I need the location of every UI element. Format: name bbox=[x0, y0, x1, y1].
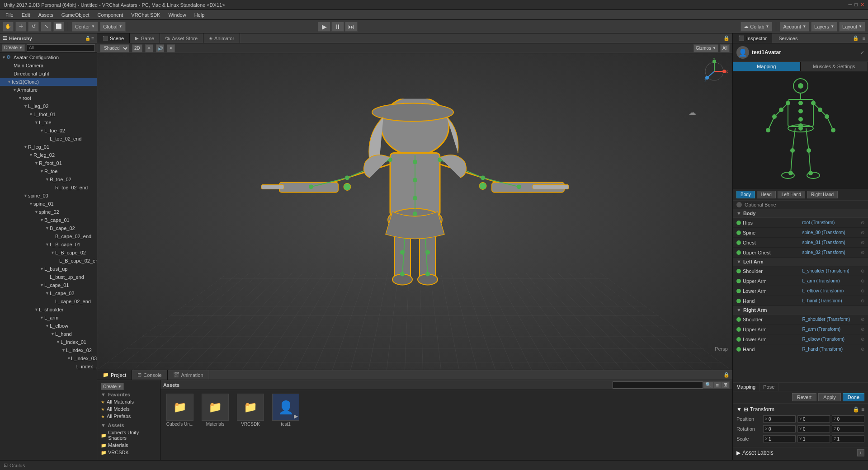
asset-vrcsdk[interactable]: 📁 VRCSDK bbox=[99, 449, 158, 456]
tree-item-l-arm[interactable]: ▼ L_arm bbox=[0, 314, 97, 322]
tree-item-r-toe-02-end[interactable]: ▶ R_toe_02_end bbox=[0, 183, 97, 192]
layers-button[interactable]: Layers ▼ bbox=[811, 22, 837, 32]
ra-hand-dot[interactable] bbox=[736, 347, 741, 352]
mapping-bottom-pose[interactable]: Pose bbox=[760, 383, 778, 391]
asset-item-materials[interactable]: 📁 Materials bbox=[199, 394, 231, 427]
global-button[interactable]: Global ▼ bbox=[100, 22, 126, 32]
rotation-x-field[interactable]: X 0 bbox=[763, 425, 796, 432]
ra-upper-arm-more[interactable]: ⊙ bbox=[861, 327, 864, 332]
pause-button[interactable]: ⏸ bbox=[331, 22, 344, 32]
ra-hand-more[interactable]: ⊙ bbox=[861, 347, 864, 352]
tree-item-l-index-01[interactable]: ▼ L_index_01 bbox=[0, 338, 97, 346]
shading-dropdown[interactable]: Shaded bbox=[100, 44, 129, 52]
tree-item-l-b-cape-01[interactable]: ▼ L_B_cape_01 bbox=[0, 240, 97, 249]
hierarchy-create-btn[interactable]: Create ▼ bbox=[2, 44, 25, 52]
menu-vrchat-sdk[interactable]: VRChat SDK bbox=[127, 11, 164, 19]
upper-chest-more[interactable]: ⊙ bbox=[861, 250, 864, 255]
revert-button[interactable]: Revert bbox=[792, 393, 816, 401]
lighting-btn[interactable]: ☀ bbox=[145, 44, 153, 52]
hips-dot[interactable] bbox=[736, 221, 741, 225]
tree-item-l-shoulder[interactable]: ▼ L_shoulder bbox=[0, 306, 97, 314]
rotation-z-field[interactable]: Z 0 bbox=[832, 425, 864, 432]
tree-item-l-cape-01[interactable]: ▼ L_cape_01 bbox=[0, 281, 97, 289]
tree-item-l-b-cape-02[interactable]: ▼ L_B_cape_02 bbox=[0, 249, 97, 257]
play-button[interactable]: ▶ bbox=[318, 22, 330, 32]
step-button[interactable]: ⏭ bbox=[345, 22, 358, 32]
position-z-field[interactable]: Z 0 bbox=[832, 415, 864, 423]
tree-item-l-toe[interactable]: ▼ L_toe bbox=[0, 118, 97, 127]
hierarchy-search[interactable] bbox=[27, 44, 95, 52]
apply-button[interactable]: Apply bbox=[818, 393, 841, 401]
toolbar-move-tool[interactable]: ✛ bbox=[15, 22, 26, 32]
toolbar-rotate-tool[interactable]: ↺ bbox=[28, 22, 39, 32]
upper-chest-dot[interactable] bbox=[736, 250, 741, 255]
tree-item-r-toe-02[interactable]: ▼ R_toe_02 bbox=[0, 175, 97, 183]
inspector-tab[interactable]: ⬛ Inspector bbox=[733, 33, 772, 43]
tree-item-b-cape-02[interactable]: ▼ B_cape_02 bbox=[0, 224, 97, 232]
body-btn[interactable]: Body bbox=[736, 191, 755, 198]
tab-console[interactable]: ⊡ Console bbox=[132, 370, 167, 380]
collab-button[interactable]: ☁ Collab ▼ bbox=[741, 22, 772, 32]
bottom-lock[interactable]: 🔒 bbox=[721, 370, 732, 380]
ra-lower-arm-dot[interactable] bbox=[736, 337, 741, 342]
bone-ra-lower-arm[interactable]: Lower Arm R_elbow (Transform) ⊙ bbox=[733, 334, 868, 344]
asset-all-models[interactable]: ★ All Models bbox=[99, 405, 158, 413]
hierarchy-menu[interactable]: ≡ bbox=[91, 36, 94, 41]
assets-search-icon-btn[interactable]: 🔍 bbox=[703, 381, 714, 389]
transform-menu[interactable]: ≡ bbox=[861, 406, 864, 413]
asset-all-prefabs[interactable]: ★ All Prefabs bbox=[99, 413, 158, 420]
tree-item-l-bust-up[interactable]: ▼ L_bust_up bbox=[0, 265, 97, 273]
tree-item-l-leg-02[interactable]: ▼ L_leg_02 bbox=[0, 102, 97, 110]
close-btn[interactable]: ✕ bbox=[860, 2, 864, 8]
asset-materials[interactable]: 📁 Materials bbox=[99, 442, 158, 449]
left-arm-section[interactable]: ▼ Left Arm bbox=[733, 258, 868, 266]
tree-item-b-cape-02-end[interactable]: ▶ B_cape_02_end bbox=[0, 232, 97, 240]
assets-search-input[interactable] bbox=[613, 381, 703, 389]
tab-animator[interactable]: ◈ Animator bbox=[203, 33, 240, 43]
la-shoulder-dot[interactable] bbox=[736, 269, 741, 273]
toolbar-scale-tool[interactable]: ⤡ bbox=[41, 22, 52, 32]
bone-ra-shoulder[interactable]: Shoulder R_shoulder (Transform) ⊙ bbox=[733, 315, 868, 324]
tree-item-l-cape-02[interactable]: ▼ L_cape_02 bbox=[0, 289, 97, 297]
toolbar-hand-tool[interactable]: ✋ bbox=[3, 22, 14, 32]
bone-upper-chest[interactable]: Upper Chest spine_02 (Transform) ⊙ bbox=[733, 248, 868, 258]
menu-gameobject[interactable]: GameObject bbox=[58, 11, 93, 19]
minimize-btn[interactable]: ─ bbox=[849, 2, 852, 8]
ra-shoulder-dot[interactable] bbox=[736, 317, 741, 322]
menu-window[interactable]: Window bbox=[165, 11, 190, 19]
mapping-bottom-mapping[interactable]: Mapping bbox=[733, 383, 760, 391]
transform-lock[interactable]: 🔒 bbox=[853, 406, 859, 413]
right-arm-section[interactable]: ▼ Right Arm bbox=[733, 306, 868, 315]
fx-btn[interactable]: ✦ bbox=[167, 44, 175, 52]
assets-filter-btn[interactable]: ≡ bbox=[714, 381, 721, 389]
tree-item-l-toe-02-end[interactable]: ▶ L_toe_02_end bbox=[0, 135, 97, 143]
tree-item-root[interactable]: ▼ root bbox=[0, 94, 97, 102]
ra-shoulder-more[interactable]: ⊙ bbox=[861, 317, 864, 322]
avatar-active-check[interactable]: ✓ bbox=[860, 50, 864, 56]
gizmos-btn[interactable]: Gizmos ▼ bbox=[693, 44, 718, 52]
ra-lower-arm-more[interactable]: ⊙ bbox=[861, 337, 864, 342]
tree-item-r-foot[interactable]: ▼ R_foot_01 bbox=[0, 159, 97, 167]
viewport-lock[interactable]: 🔒 bbox=[721, 33, 732, 43]
inspector-menu-icon[interactable]: ≡ bbox=[860, 36, 868, 41]
spine-more[interactable]: ⊙ bbox=[861, 230, 864, 235]
chest-more[interactable]: ⊙ bbox=[861, 240, 864, 245]
tree-item-avatar-config[interactable]: ▼ ⚙ Avatar Configuration bbox=[0, 53, 97, 61]
bone-hips[interactable]: Hips root (Transform) ⊙ bbox=[733, 218, 868, 228]
tree-item-l-index-more[interactable]: ▶ L_index_... bbox=[0, 362, 97, 371]
muscles-tab[interactable]: Muscles & Settings bbox=[801, 62, 868, 71]
done-button[interactable]: Done bbox=[843, 393, 864, 401]
asset-all-materials[interactable]: ★ All Materials bbox=[99, 398, 158, 405]
bone-la-shoulder[interactable]: Shoulder L_shoulder (Transform) ⊙ bbox=[733, 266, 868, 276]
tree-item-r-toe[interactable]: ▼ R_toe bbox=[0, 167, 97, 175]
la-upper-arm-more[interactable]: ⊙ bbox=[861, 278, 864, 283]
hips-more[interactable]: ⊙ bbox=[861, 220, 864, 225]
tree-item-l-index-03[interactable]: ▼ L_index_03 bbox=[0, 354, 97, 362]
hierarchy-lock[interactable]: 🔒 bbox=[85, 36, 90, 41]
asset-labels-add-btn[interactable]: + bbox=[857, 449, 864, 456]
bone-spine[interactable]: Spine spine_00 (Transform) ⊙ bbox=[733, 228, 868, 238]
bone-chest[interactable]: Chest spine_01 (Transform) ⊙ bbox=[733, 238, 868, 248]
rotation-y-field[interactable]: Y 0 bbox=[797, 425, 830, 432]
center-button[interactable]: Center ▼ bbox=[72, 22, 98, 32]
body-section[interactable]: ▼ Body bbox=[733, 209, 868, 218]
